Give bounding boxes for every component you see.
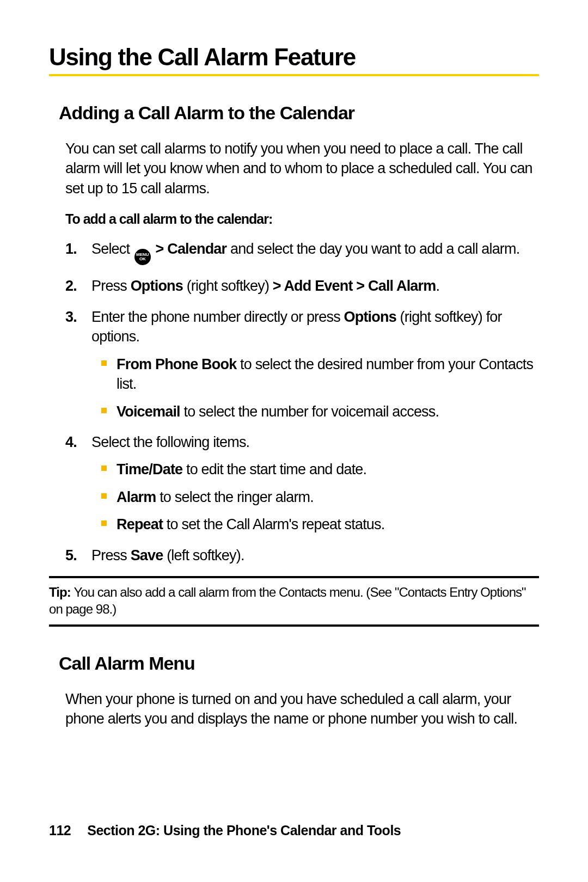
step-text: (left softkey). — [163, 547, 244, 564]
step-number: 2. — [65, 276, 77, 296]
intro-paragraph: You can set call alarms to notify you wh… — [65, 139, 539, 198]
step-number: 3. — [65, 307, 77, 327]
sub-item: Alarm to select the ringer alarm. — [101, 487, 539, 507]
step-bold: > Add Event > Call Alarm — [273, 278, 436, 294]
step-text: and select the day you want to add a cal… — [226, 241, 519, 257]
section-heading-menu: Call Alarm Menu — [59, 653, 539, 674]
step-text: . — [436, 278, 439, 294]
step-5: 5. Press Save (left softkey). — [65, 546, 539, 565]
sub-bold: Alarm — [117, 489, 156, 505]
step-text: Enter the phone number directly or press — [91, 309, 344, 325]
step-text: Select the following items. — [91, 434, 249, 450]
menu-ok-icon: MENUOK — [134, 249, 151, 265]
sub-list: Time/Date to edit the start time and dat… — [101, 460, 539, 534]
footer-section: Section 2G: Using the Phone's Calendar a… — [87, 823, 401, 838]
page-footer: 112Section 2G: Using the Phone's Calenda… — [49, 823, 401, 838]
sub-text: to edit the start time and date. — [182, 461, 366, 477]
step-bold: Options — [131, 278, 183, 294]
sub-text: to set the Call Alarm's repeat status. — [163, 516, 384, 532]
sub-item: Repeat to set the Call Alarm's repeat st… — [101, 514, 539, 534]
step-1: 1. Select MENUOK > Calendar and select t… — [65, 239, 539, 265]
sub-list: From Phone Book to select the desired nu… — [101, 354, 539, 421]
step-number: 1. — [65, 239, 77, 259]
sub-bold: Time/Date — [117, 461, 182, 477]
procedure-steps: 1. Select MENUOK > Calendar and select t… — [65, 239, 539, 565]
sub-item: From Phone Book to select the desired nu… — [101, 354, 539, 394]
tip-label: Tip: — [49, 585, 74, 599]
step-text: Press — [91, 547, 131, 564]
section2-body: When your phone is turned on and you hav… — [65, 689, 539, 729]
section-heading-adding: Adding a Call Alarm to the Calendar — [59, 102, 539, 124]
step-bold: > Calendar — [152, 241, 226, 257]
sub-bold: From Phone Book — [117, 356, 236, 372]
step-4: 4. Select the following items. Time/Date… — [65, 432, 539, 535]
step-number: 5. — [65, 546, 77, 565]
manual-page: Using the Call Alarm Feature Adding a Ca… — [0, 0, 588, 882]
step-text: (right softkey) — [183, 278, 273, 294]
step-bold: Save — [131, 547, 163, 564]
sub-item: Voicemail to select the number for voice… — [101, 402, 539, 421]
sub-item: Time/Date to edit the start time and dat… — [101, 460, 539, 479]
sub-bold: Voicemail — [117, 403, 180, 420]
step-3: 3. Enter the phone number directly or pr… — [65, 307, 539, 421]
step-2: 2. Press Options (right softkey) > Add E… — [65, 276, 539, 296]
page-number: 112 — [49, 823, 71, 838]
sub-text: to select the number for voicemail acces… — [180, 403, 439, 420]
step-number: 4. — [65, 432, 77, 452]
tip-box: Tip: You can also add a call alarm from … — [49, 576, 539, 626]
page-title: Using the Call Alarm Feature — [49, 44, 539, 76]
step-bold: Options — [344, 309, 396, 325]
sub-text: to select the ringer alarm. — [156, 489, 313, 505]
step-text: Select — [91, 241, 133, 257]
sub-bold: Repeat — [117, 516, 163, 532]
procedure-lead-in: To add a call alarm to the calendar: — [65, 211, 539, 227]
step-text: Press — [91, 278, 131, 294]
tip-text: You can also add a call alarm from the C… — [49, 585, 526, 616]
